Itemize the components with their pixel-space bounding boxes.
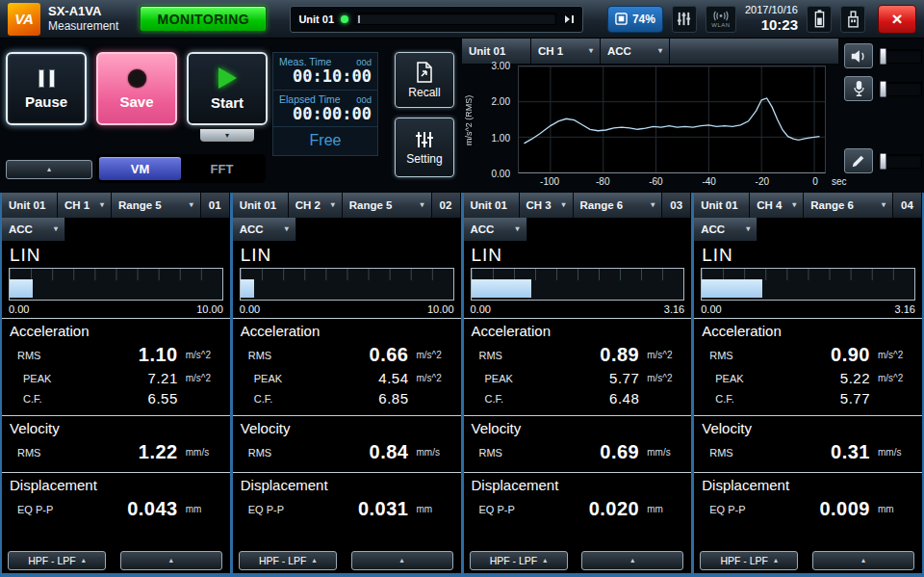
mic-level-slider[interactable] (878, 82, 922, 96)
chevron-down-icon: ▾ (882, 201, 886, 209)
chevron-down-icon: ▾ (190, 201, 193, 209)
mixer-button[interactable] (672, 6, 697, 33)
velocity-section: Velocity RMS 1.22 mm/s (2, 415, 230, 472)
pen-button[interactable] (844, 148, 873, 173)
recall-button[interactable]: Recall (395, 52, 454, 108)
panel-footer: HPF - LPF ▴ ▴ (694, 547, 922, 573)
tab-fft[interactable]: FFT (181, 157, 263, 180)
metric-unit: m/s^2 (639, 373, 685, 383)
slider-handle[interactable] (880, 48, 886, 65)
speaker-volume-slider[interactable] (878, 49, 922, 64)
speaker-button[interactable] (844, 43, 873, 68)
metric-unit: m/s^2 (639, 350, 685, 360)
eqpp-row: EQ P-P 0.031 mm (239, 496, 455, 522)
chevron-up-icon: ▴ (543, 557, 547, 564)
level-bar-meter (471, 268, 685, 301)
metric-value: 0.031 (295, 498, 409, 520)
start-options-handle[interactable]: ▾ (200, 129, 254, 142)
metric-label: PEAK (700, 373, 756, 384)
metric-label: EQ P-P (700, 504, 756, 515)
graph-channel-select[interactable]: CH 1 ▾ (531, 39, 601, 64)
start-label: Start (211, 95, 244, 110)
range-select[interactable]: Range 6 ▾ (804, 193, 893, 218)
collapse-panel-button[interactable]: ▴ (581, 551, 683, 570)
metric-unit: m/s^2 (409, 373, 455, 383)
metric-value: 1.22 (64, 441, 178, 463)
pause-button[interactable]: Pause (6, 52, 87, 125)
slider-handle[interactable] (880, 153, 886, 170)
hpf-lpf-button[interactable]: HPF - LPF ▴ (700, 551, 798, 570)
hpf-lpf-button[interactable]: HPF - LPF ▴ (470, 551, 568, 570)
collapse-panel-button[interactable]: ▴ (351, 551, 453, 570)
collapse-panel-button[interactable]: ▴ (812, 551, 914, 570)
collapse-controls-button[interactable]: ▴ (6, 160, 92, 179)
quantity-select[interactable]: ACC ▾ (694, 218, 757, 241)
y-tick: 0.00 (492, 169, 510, 179)
start-button[interactable]: Start (187, 52, 268, 125)
y-tick: 1.00 (492, 132, 510, 143)
metric-value: 0.69 (526, 441, 640, 463)
acceleration-section: Acceleration RMS 0.90 m/s^2 PEAK 5.22 m/… (694, 318, 922, 415)
section-title: Velocity (8, 416, 224, 439)
chevron-down-icon: ▾ (515, 225, 519, 233)
unit-label: Unit 01 (233, 193, 289, 218)
quantity-row: ACC ▾ (233, 218, 461, 241)
tab-vm[interactable]: VM (99, 157, 181, 180)
metric-label: RMS (239, 350, 295, 361)
scale-type-label: LIN (464, 241, 692, 265)
range-select[interactable]: Range 5 ▾ (343, 193, 432, 218)
range-select[interactable]: Range 5 ▾ (112, 193, 201, 218)
channel-number: 02 (432, 193, 461, 218)
metric-unit: m/s^2 (178, 350, 224, 360)
graph-quantity-select[interactable]: ACC ▾ (601, 39, 670, 64)
memory-card-icon (615, 13, 628, 25)
quantity-select[interactable]: ACC ▾ (2, 218, 65, 241)
displacement-section: Displacement EQ P-P 0.020 mm (464, 472, 692, 529)
setting-button[interactable]: Setting (395, 118, 454, 177)
audio-controls (839, 39, 924, 193)
x-tick: -40 (702, 176, 715, 187)
section-title: Acceleration (239, 319, 455, 342)
slider-handle[interactable] (880, 81, 886, 97)
quantity-select[interactable]: ACC ▾ (464, 218, 527, 241)
level-bar-meter (240, 268, 454, 301)
meas-time-value: 00:10:00 (279, 67, 372, 86)
save-button[interactable]: Save (96, 52, 177, 125)
hpf-lpf-button[interactable]: HPF - LPF ▴ (8, 551, 106, 570)
battery-badge[interactable]: 74% (607, 6, 663, 33)
scale-type-label: LIN (694, 241, 922, 265)
meter-scale: 0.00 3.16 (464, 301, 692, 318)
monitoring-button[interactable]: MONITORING (140, 6, 267, 32)
channel-select-value: CH 2 (295, 199, 321, 211)
quantity-select[interactable]: ACC ▾ (233, 218, 296, 241)
unit-monitor: Unit 01 (290, 6, 583, 33)
metric-label: C.F. (470, 393, 526, 405)
time-label: 10:23 (761, 16, 798, 34)
channel-select[interactable]: CH 4 ▾ (750, 193, 804, 218)
graph-area: Unit 01 CH 1 ▾ ACC ▾ m/s^2 (RMS) 3.00 2.… (462, 39, 924, 193)
hpf-lpf-button[interactable]: HPF - LPF ▴ (239, 551, 337, 570)
play-icon (218, 67, 237, 89)
graph-quantity-value: ACC (607, 45, 631, 57)
range-select-value: Range 5 (118, 199, 162, 211)
hpf-lpf-label: HPF - LPF (28, 555, 76, 566)
unit-label: Unit 01 (2, 193, 58, 218)
peak-row: PEAK 5.22 m/s^2 (700, 368, 916, 388)
channel-select[interactable]: CH 3 ▾ (520, 193, 574, 218)
trigger-mode-label: Free (273, 127, 377, 149)
collapse-panel-button[interactable]: ▴ (120, 551, 222, 570)
record-icon (128, 69, 146, 88)
metric-unit: mm (870, 504, 916, 514)
pen-slider[interactable] (878, 154, 922, 169)
range-select[interactable]: Range 6 ▾ (574, 193, 663, 218)
close-button[interactable]: × (878, 5, 916, 34)
chevron-down-icon: ▾ (100, 201, 104, 209)
channel-select[interactable]: CH 1 ▾ (58, 193, 112, 218)
meter-min: 0.00 (471, 303, 491, 315)
cf-row: C.F. 6.55 (8, 388, 224, 408)
mic-button[interactable] (844, 76, 873, 101)
metric-unit: m/s^2 (870, 373, 916, 383)
channel-select[interactable]: CH 2 ▾ (289, 193, 343, 218)
view-mode-tabs: VM FFT (96, 154, 266, 183)
rms-row: RMS 0.69 mm/s (470, 439, 686, 465)
